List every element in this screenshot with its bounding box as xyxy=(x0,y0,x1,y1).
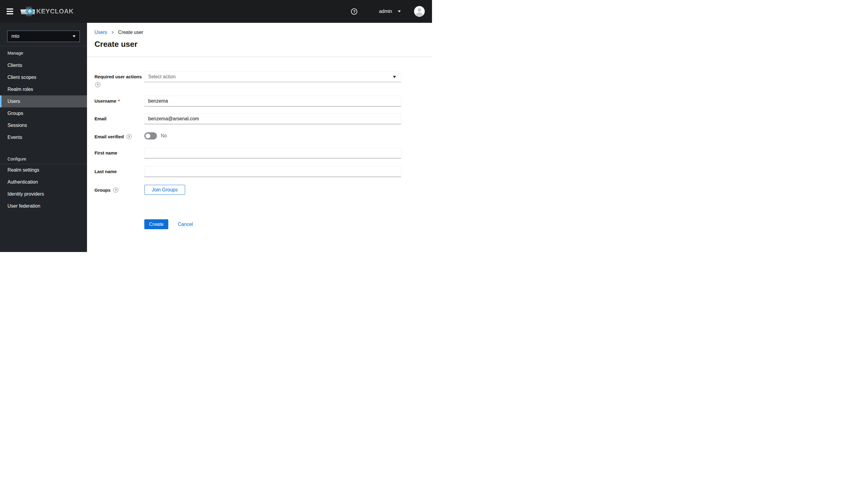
nav-toggle-button[interactable] xyxy=(7,8,14,14)
email-label: Email xyxy=(95,116,107,122)
keycloak-logo-icon xyxy=(21,6,36,16)
sidebar-item-label: Groups xyxy=(8,111,23,116)
required-user-actions-row: Required user actions ? Select action xyxy=(95,71,432,87)
username-label: Username* xyxy=(95,98,120,104)
last-name-row: Last name xyxy=(95,166,432,177)
breadcrumb-current: Create user xyxy=(118,30,143,35)
sidebar-item-label: Users xyxy=(8,99,20,104)
main-content: Users Create user Create user Required u… xyxy=(87,23,432,252)
email-verified-state: No xyxy=(161,133,167,139)
sidebar-item-users[interactable]: Users xyxy=(0,95,87,107)
username-row: Username* xyxy=(95,96,432,107)
sidebar-item-user-federation[interactable]: User federation xyxy=(0,200,87,212)
nav-section-configure: Configure xyxy=(0,143,87,164)
breadcrumb-separator-icon xyxy=(111,30,114,35)
sidebar-item-label: Client scopes xyxy=(8,75,36,80)
sidebar-item-label: User federation xyxy=(8,203,40,209)
sidebar-item-label: Authentication xyxy=(8,179,38,185)
first-name-label: First name xyxy=(95,150,117,156)
page-header: Users Create user Create user xyxy=(87,23,432,57)
join-groups-button[interactable]: Join Groups xyxy=(144,185,185,195)
help-icon[interactable]: ? xyxy=(127,134,132,139)
first-name-input[interactable] xyxy=(144,147,401,158)
chevron-down-icon xyxy=(398,11,401,12)
brand-text: KEYCLOAK xyxy=(36,6,74,16)
keycloak-logo[interactable]: KEYCLOAK xyxy=(21,6,74,16)
sidebar-item-groups[interactable]: Groups xyxy=(0,107,87,119)
last-name-label: Last name xyxy=(95,169,117,175)
sidebar-item-clients[interactable]: Clients xyxy=(0,59,87,71)
groups-label: Groups xyxy=(95,187,110,193)
sidebar-item-realm-roles[interactable]: Realm roles xyxy=(0,83,87,95)
email-input[interactable] xyxy=(144,113,401,124)
required-user-actions-label: Required user actions xyxy=(95,74,142,80)
sidebar-item-label: Clients xyxy=(8,63,22,68)
help-icon[interactable]: ? xyxy=(113,188,118,193)
user-menu-label: admin xyxy=(379,9,392,14)
page-title: Create user xyxy=(87,35,432,49)
email-row: Email xyxy=(95,113,432,124)
last-name-input[interactable] xyxy=(144,166,401,177)
sidebar-item-events[interactable]: Events xyxy=(0,131,87,143)
masthead: KEYCLOAK ? admin xyxy=(0,0,432,23)
sidebar: mto Manage Clients Client scopes Realm r… xyxy=(0,23,87,252)
avatar[interactable] xyxy=(414,6,425,17)
first-name-row: First name xyxy=(95,147,432,158)
chevron-down-icon xyxy=(73,35,75,37)
username-input[interactable] xyxy=(144,96,401,107)
email-verified-label: Email verified xyxy=(95,134,124,140)
email-verified-toggle[interactable] xyxy=(144,132,157,140)
select-placeholder: Select action xyxy=(148,74,176,80)
sidebar-item-identity-providers[interactable]: Identity providers xyxy=(0,188,87,200)
user-menu[interactable]: admin xyxy=(379,9,401,14)
help-icon[interactable]: ? xyxy=(95,82,100,87)
toggle-knob xyxy=(145,133,150,138)
sidebar-item-label: Realm settings xyxy=(8,167,39,173)
sidebar-item-authentication[interactable]: Authentication xyxy=(0,176,87,188)
required-user-actions-select[interactable]: Select action xyxy=(144,71,401,82)
help-icon[interactable]: ? xyxy=(351,8,357,15)
form-actions-row: Create Cancel xyxy=(95,203,432,229)
sidebar-item-label: Identity providers xyxy=(8,191,44,197)
groups-row: Groups ? Join Groups xyxy=(95,185,432,195)
realm-selector-value: mto xyxy=(11,34,20,39)
create-button[interactable]: Create xyxy=(144,219,168,229)
masthead-toolbar: ? admin xyxy=(351,6,425,17)
sidebar-item-label: Events xyxy=(8,135,22,140)
cancel-button[interactable]: Cancel xyxy=(178,222,193,227)
chevron-down-icon xyxy=(393,76,396,78)
sidebar-item-client-scopes[interactable]: Client scopes xyxy=(0,71,87,83)
username-label-text: Username xyxy=(95,98,117,104)
breadcrumb-link-users[interactable]: Users xyxy=(95,30,107,35)
nav-list-manage: Clients Client scopes Realm roles Users … xyxy=(0,59,87,143)
sidebar-item-sessions[interactable]: Sessions xyxy=(0,119,87,131)
sidebar-item-label: Sessions xyxy=(8,123,27,128)
breadcrumb: Users Create user xyxy=(87,23,432,35)
sidebar-item-realm-settings[interactable]: Realm settings xyxy=(0,164,87,176)
create-user-form: Required user actions ? Select action Us… xyxy=(87,57,432,229)
email-verified-row: Email verified ? No xyxy=(95,131,432,140)
required-indicator: * xyxy=(118,98,120,104)
sidebar-item-label: Realm roles xyxy=(8,87,33,92)
nav-section-manage: Manage xyxy=(0,46,87,59)
keycloak-admin-console: KEYCLOAK ? admin mto M xyxy=(0,0,432,252)
nav-list-configure: Realm settings Authentication Identity p… xyxy=(0,164,87,212)
realm-selector[interactable]: mto xyxy=(7,31,80,42)
